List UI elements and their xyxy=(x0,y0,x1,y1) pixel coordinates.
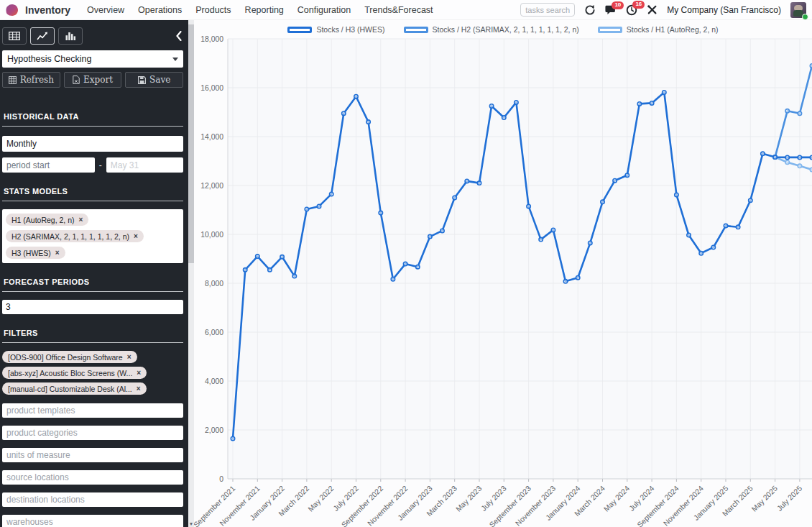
data-point[interactable] xyxy=(563,280,567,283)
data-point[interactable] xyxy=(477,181,481,185)
data-point[interactable] xyxy=(342,111,346,115)
data-point[interactable] xyxy=(724,224,727,227)
legend-item-stocks-h2-sarimax-2-1-1-1-1-1-2-n[interactable]: Stocks / H2 (SARIMAX, 2, 1, 1, 1, 1, 1, … xyxy=(404,25,579,34)
data-point[interactable] xyxy=(625,173,629,177)
scrollbar-down-arrow[interactable]: ▼ xyxy=(188,521,194,526)
export-button[interactable]: Export xyxy=(64,72,122,88)
period-start-input[interactable] xyxy=(2,157,95,173)
bar-chart-view-button[interactable] xyxy=(58,27,83,45)
data-point[interactable] xyxy=(663,91,666,94)
data-point[interactable] xyxy=(502,116,506,119)
data-point[interactable] xyxy=(798,164,801,168)
granularity-select[interactable]: Monthly xyxy=(2,136,183,152)
app-name[interactable]: Inventory xyxy=(25,4,70,16)
data-point[interactable] xyxy=(428,234,432,238)
data-point[interactable] xyxy=(527,204,530,208)
data-point[interactable] xyxy=(613,179,617,183)
data-point[interactable] xyxy=(749,198,752,202)
data-point[interactable] xyxy=(736,225,739,229)
remove-tag-icon[interactable]: × xyxy=(79,216,83,224)
forecast-periods-input[interactable] xyxy=(2,300,183,314)
data-point[interactable] xyxy=(366,120,370,124)
data-point[interactable] xyxy=(687,233,691,237)
filter-input-units-of-measure[interactable] xyxy=(2,448,183,462)
tools-icon[interactable] xyxy=(647,4,658,15)
data-point[interactable] xyxy=(539,237,543,241)
remove-tag-icon[interactable]: × xyxy=(127,354,132,361)
data-point[interactable] xyxy=(761,152,765,155)
data-point[interactable] xyxy=(292,274,296,278)
data-point[interactable] xyxy=(601,200,604,203)
data-point[interactable] xyxy=(699,252,703,255)
legend-item-stocks-h3-hwes[interactable]: Stocks / H3 (HWES) xyxy=(287,25,384,34)
menu-item-overview[interactable]: Overview xyxy=(87,5,124,15)
data-point[interactable] xyxy=(798,111,801,115)
report-type-select[interactable]: Hypothesis Checking xyxy=(2,50,183,68)
data-point[interactable] xyxy=(785,109,789,113)
menu-item-trends-forecast[interactable]: Trends&Forecast xyxy=(364,5,433,15)
menu-item-operations[interactable]: Operations xyxy=(138,5,182,15)
data-point[interactable] xyxy=(453,196,456,199)
data-point[interactable] xyxy=(330,192,333,196)
data-point[interactable] xyxy=(650,101,653,105)
filter-input-product-templates[interactable] xyxy=(2,403,183,418)
company-switcher[interactable]: My Company (San Francisco) xyxy=(667,5,781,15)
remove-tag-icon[interactable]: × xyxy=(137,385,141,393)
data-point[interactable] xyxy=(798,155,801,159)
data-point[interactable] xyxy=(489,104,493,108)
collapse-sidebar-icon[interactable] xyxy=(176,31,182,41)
user-avatar[interactable] xyxy=(790,2,806,18)
filter-input-product-categories[interactable] xyxy=(2,426,183,440)
data-point[interactable] xyxy=(711,245,715,249)
data-point[interactable] xyxy=(551,228,555,232)
discuss-icon[interactable] xyxy=(584,4,596,16)
table-view-button[interactable] xyxy=(2,27,27,45)
data-point[interactable] xyxy=(268,268,272,272)
data-point[interactable] xyxy=(589,241,592,244)
save-icon xyxy=(138,76,146,84)
filter-input-source-locations[interactable] xyxy=(2,470,183,485)
filter-input-warehouses[interactable] xyxy=(2,515,183,527)
data-point[interactable] xyxy=(785,155,789,159)
line-chart-view-button[interactable] xyxy=(30,27,55,45)
data-point[interactable] xyxy=(231,436,234,440)
data-point[interactable] xyxy=(416,265,420,269)
legend-label: Stocks / H1 (AutoReg, 2, n) xyxy=(627,25,719,34)
data-point[interactable] xyxy=(244,268,247,272)
sidebar-scrollbar[interactable]: ▼ xyxy=(188,20,194,527)
legend-item-stocks-h1-autoreg-2-n[interactable]: Stocks / H1 (AutoReg, 2, n) xyxy=(598,25,719,34)
data-point[interactable] xyxy=(440,229,444,232)
data-point[interactable] xyxy=(465,179,469,183)
data-point[interactable] xyxy=(785,160,789,164)
filter-input-destination-locations[interactable] xyxy=(2,492,183,507)
data-point[interactable] xyxy=(576,276,580,280)
app-logo-icon[interactable] xyxy=(6,4,19,17)
data-point[interactable] xyxy=(515,101,518,104)
stats-models-box[interactable]: H1 (AutoReg, 2, n)×H2 (SARIMAX, 2, 1, 1,… xyxy=(2,209,183,263)
data-point[interactable] xyxy=(256,255,259,258)
period-end-input[interactable] xyxy=(106,157,183,173)
data-point[interactable] xyxy=(305,207,308,211)
messages-icon[interactable]: 10 xyxy=(605,5,617,15)
data-point[interactable] xyxy=(379,211,382,214)
online-status-dot xyxy=(802,14,808,20)
data-point[interactable] xyxy=(675,193,678,196)
menu-item-reporting[interactable]: Reporting xyxy=(245,5,284,15)
data-point[interactable] xyxy=(403,262,407,265)
data-point[interactable] xyxy=(354,95,358,98)
tasks-search-input[interactable] xyxy=(520,3,575,17)
refresh-button[interactable]: Refresh xyxy=(2,72,60,88)
scrollbar-thumb[interactable] xyxy=(188,24,194,263)
activities-clock-icon[interactable]: 16 xyxy=(626,4,637,16)
data-point[interactable] xyxy=(317,204,320,208)
save-button[interactable]: Save xyxy=(125,72,183,88)
data-point[interactable] xyxy=(280,255,284,259)
data-point[interactable] xyxy=(637,102,641,106)
data-point[interactable] xyxy=(773,155,777,159)
menu-item-configuration[interactable]: Configuration xyxy=(297,5,351,15)
remove-tag-icon[interactable]: × xyxy=(134,233,138,240)
remove-tag-icon[interactable]: × xyxy=(55,249,60,257)
menu-item-products[interactable]: Products xyxy=(195,5,231,15)
remove-tag-icon[interactable]: × xyxy=(137,370,141,377)
data-point[interactable] xyxy=(391,278,395,281)
